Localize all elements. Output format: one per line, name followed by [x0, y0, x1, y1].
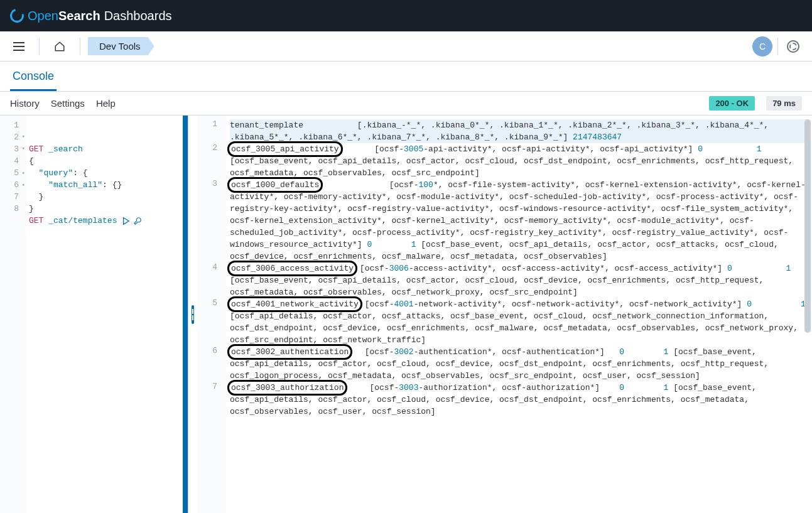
play-icon[interactable] — [122, 217, 131, 225]
request-pane[interactable]: 12345678 GET _search{ "query": { "match_… — [0, 116, 188, 513]
tab-console[interactable]: Console — [10, 63, 57, 91]
response-gutter: 1234567 — [197, 116, 226, 513]
brand-search: Search — [58, 9, 100, 23]
history-link[interactable]: History — [10, 98, 40, 109]
hamburger-icon — [13, 42, 24, 51]
scrollbar-thumb[interactable] — [804, 119, 811, 333]
wrench-icon[interactable] — [133, 217, 142, 225]
request-gutter: 12345678 — [0, 116, 26, 513]
request-active-bar — [183, 116, 188, 513]
grip-icon — [192, 305, 194, 324]
menu-button[interactable] — [6, 35, 31, 58]
pane-resizer[interactable] — [188, 116, 197, 513]
divider — [39, 38, 40, 55]
response-viewer: tenant_template [.kibana_-*_*, .kibana_0… — [226, 116, 812, 513]
timing-badge: 79 ms — [766, 96, 802, 111]
opensearch-icon — [8, 6, 26, 25]
avatar: C — [752, 36, 772, 57]
brand-logo[interactable]: OpenSearchDashboards — [10, 9, 172, 23]
user-menu[interactable]: C — [750, 35, 775, 58]
toolbar: History Settings Help 200 - OK 79 ms — [0, 92, 812, 116]
home-button[interactable] — [47, 35, 72, 58]
nav-bar: Dev Tools C — [0, 31, 812, 62]
home-icon — [54, 41, 65, 52]
split-panes: 12345678 GET _search{ "query": { "match_… — [0, 116, 812, 513]
response-pane[interactable]: 1234567 tenant_template [.kibana_-*_*, .… — [197, 116, 812, 513]
breadcrumb[interactable]: Dev Tools — [88, 37, 154, 55]
tab-row: Console — [0, 62, 812, 92]
divider — [777, 38, 778, 55]
divider — [80, 38, 80, 55]
brand-bar: OpenSearchDashboards — [0, 0, 812, 31]
help-icon — [787, 40, 799, 53]
brand-open: Open — [28, 9, 58, 23]
settings-link[interactable]: Settings — [51, 98, 85, 109]
help-link[interactable]: Help — [96, 98, 116, 109]
status-badge: 200 - OK — [709, 96, 755, 111]
help-button[interactable] — [781, 35, 806, 58]
request-editor[interactable]: GET _search{ "query": { "match_all": {} … — [26, 116, 188, 513]
brand-dashboards: Dashboards — [104, 9, 172, 23]
